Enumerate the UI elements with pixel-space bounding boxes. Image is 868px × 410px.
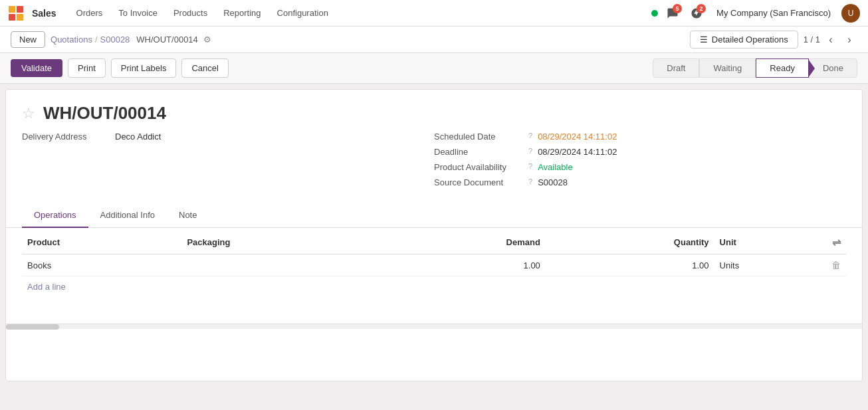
- print-labels-button[interactable]: Print Labels: [111, 58, 177, 78]
- record-title: WH/OUT/00014: [43, 103, 166, 124]
- tab-additional-info[interactable]: Additional Info: [88, 203, 167, 228]
- breadcrumb: Quotations / S00028 WH/OUT/00014 ⚙: [51, 35, 685, 45]
- hamburger-icon: ☰: [700, 35, 708, 45]
- user-avatar[interactable]: U: [841, 4, 860, 23]
- col-unit: Unit: [714, 231, 826, 255]
- validate-button[interactable]: Validate: [11, 59, 62, 77]
- activity-badge: 2: [697, 4, 706, 13]
- app-name: Sales: [32, 8, 56, 19]
- row-quantity[interactable]: 1.00: [546, 255, 714, 276]
- product-availability-help-icon: ?: [528, 162, 532, 170]
- tab-operations[interactable]: Operations: [22, 203, 88, 228]
- app-logo: [8, 5, 24, 21]
- detailed-ops-label: Detailed Operations: [712, 35, 788, 45]
- status-bar: Draft Waiting Ready Done: [653, 58, 857, 78]
- activity-icon-btn[interactable]: 2: [687, 4, 706, 23]
- scheduled-date-field: Scheduled Date ? 08/29/2024 14:11:02: [434, 132, 846, 142]
- breadcrumb-child[interactable]: S00028: [100, 35, 130, 45]
- breadcrumb-separator: /: [95, 35, 98, 45]
- col-actions: ⇌: [826, 231, 846, 255]
- scheduled-date-value[interactable]: 08/29/2024 14:11:02: [538, 132, 617, 142]
- nav-orders[interactable]: Orders: [70, 5, 110, 21]
- col-demand: Demand: [380, 231, 545, 255]
- delivery-address-value[interactable]: Deco Addict: [115, 132, 161, 142]
- sort-icon[interactable]: ⇌: [832, 237, 841, 248]
- row-packaging[interactable]: [181, 255, 380, 276]
- svg-rect-0: [9, 6, 15, 13]
- action-bar: Validate Print Print Labels Cancel Draft…: [0, 53, 868, 84]
- source-document-field: Source Document ? S00028: [434, 177, 846, 187]
- row-demand: 1.00: [380, 255, 545, 276]
- add-line-button[interactable]: Add a line: [22, 276, 71, 297]
- detailed-operations-button[interactable]: ☰ Detailed Operations: [690, 31, 798, 49]
- record-header: ☆ WH/OUT/00014: [6, 90, 862, 132]
- pagination-prev-button[interactable]: ‹: [823, 32, 839, 48]
- sub-header: New Quotations / S00028 WH/OUT/00014 ⚙ ☰…: [0, 27, 868, 53]
- breadcrumb-ref: WH/OUT/00014: [136, 35, 197, 45]
- nav-products[interactable]: Products: [167, 5, 214, 21]
- settings-gear-icon[interactable]: ⚙: [203, 35, 211, 45]
- source-document-help-icon: ?: [528, 177, 532, 185]
- status-done[interactable]: Done: [809, 58, 857, 78]
- deadline-field: Deadline ? 08/29/2024 14:11:02: [434, 147, 846, 157]
- source-document-value[interactable]: S00028: [538, 177, 568, 187]
- product-availability-label: Product Availability: [434, 162, 527, 172]
- pagination: 1 / 1 ‹ ›: [804, 32, 857, 48]
- company-name: My Company (San Francisco): [716, 8, 831, 18]
- delivery-address-field: Delivery Address Deco Addict: [22, 132, 407, 142]
- operations-table: Product Packaging Demand Quantity Unit ⇌…: [22, 231, 846, 276]
- pagination-label: 1 / 1: [804, 35, 820, 45]
- product-availability-field: Product Availability ? Available: [434, 162, 846, 172]
- deadline-help-icon: ?: [528, 147, 532, 155]
- delivery-address-label: Delivery Address: [22, 132, 115, 142]
- main-content: ☆ WH/OUT/00014 Delivery Address Deco Add…: [5, 89, 863, 381]
- status-ready[interactable]: Ready: [756, 58, 809, 78]
- deadline-value[interactable]: 08/29/2024 14:11:02: [538, 147, 617, 157]
- col-product: Product: [22, 231, 181, 255]
- status-waiting[interactable]: Waiting: [699, 58, 756, 78]
- table-row: Books 1.00 1.00 Units 🗑: [22, 255, 846, 276]
- record-fields: Delivery Address Deco Addict Scheduled D…: [6, 132, 862, 203]
- nav-icons-group: 5 2 My Company (San Francisco) U: [651, 4, 860, 23]
- status-draft[interactable]: Draft: [653, 58, 699, 78]
- horizontal-scrollbar[interactable]: [6, 324, 862, 329]
- col-packaging: Packaging: [181, 231, 380, 255]
- scroll-thumb[interactable]: [6, 324, 59, 330]
- row-delete-cell: 🗑: [826, 255, 846, 276]
- operations-table-area: Product Packaging Demand Quantity Unit ⇌…: [6, 231, 862, 297]
- tab-note[interactable]: Note: [167, 203, 209, 228]
- nav-to-invoice[interactable]: To Invoice: [112, 5, 164, 21]
- messages-badge: 5: [673, 4, 682, 13]
- svg-rect-2: [9, 14, 15, 21]
- col-quantity: Quantity: [546, 231, 714, 255]
- breadcrumb-parent[interactable]: Quotations: [51, 35, 92, 45]
- fields-right-column: Scheduled Date ? 08/29/2024 14:11:02 Dea…: [434, 132, 846, 193]
- print-button[interactable]: Print: [68, 58, 106, 78]
- online-indicator: [651, 10, 658, 17]
- row-product[interactable]: Books: [22, 255, 181, 276]
- new-button[interactable]: New: [11, 31, 45, 48]
- source-document-label: Source Document: [434, 177, 527, 187]
- top-navigation: Sales Orders To Invoice Products Reporti…: [0, 0, 868, 27]
- cancel-button[interactable]: Cancel: [181, 58, 228, 78]
- pagination-next-button[interactable]: ›: [841, 32, 857, 48]
- delete-row-icon[interactable]: 🗑: [831, 260, 841, 270]
- tabs: Operations Additional Info Note: [6, 203, 862, 228]
- svg-rect-3: [17, 14, 23, 21]
- nav-configuration[interactable]: Configuration: [271, 5, 335, 21]
- scheduled-date-help-icon: ?: [528, 132, 532, 140]
- messages-icon-btn[interactable]: 5: [663, 4, 682, 23]
- nav-reporting[interactable]: Reporting: [217, 5, 267, 21]
- row-unit: Units: [714, 255, 826, 276]
- svg-rect-1: [17, 6, 23, 13]
- deadline-label: Deadline: [434, 147, 527, 157]
- product-availability-value: Available: [538, 162, 573, 172]
- scheduled-date-label: Scheduled Date: [434, 132, 527, 142]
- fields-left-column: Delivery Address Deco Addict: [22, 132, 434, 193]
- favorite-star-icon[interactable]: ☆: [22, 105, 35, 122]
